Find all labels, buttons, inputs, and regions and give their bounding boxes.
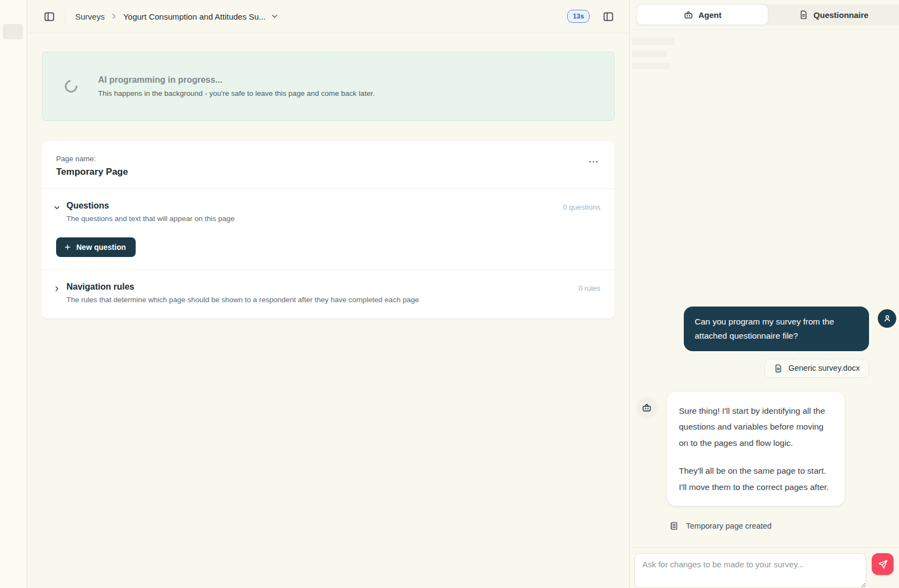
breadcrumb-chevron-icon: [110, 13, 118, 20]
attachment-chip[interactable]: Generic survey.docx: [764, 359, 869, 378]
file-icon: [774, 364, 783, 373]
sidebar-tabbar: Agent Questionnaire: [630, 0, 899, 29]
tab-questionnaire-label: Questionnaire: [813, 10, 868, 20]
chat-thread: Can you program my survey from the attac…: [630, 30, 899, 547]
document-icon: [799, 10, 809, 20]
robot-icon: [641, 402, 652, 413]
navigation-rules-title: Navigation rules: [66, 282, 419, 292]
chat-input[interactable]: [634, 553, 866, 588]
send-button[interactable]: [872, 553, 894, 575]
skeleton-placeholder: [632, 63, 670, 69]
tab-agent[interactable]: Agent: [636, 4, 768, 25]
plus-icon: [64, 243, 71, 251]
navigation-rules-description: The rules that determine which page shou…: [66, 296, 419, 304]
page-name-label: Page name:: [56, 155, 602, 163]
chevron-right-icon: [53, 285, 61, 293]
page-card: Page name: Temporary Page ⋯ Questions Th…: [42, 141, 615, 318]
banner-title: AI programming in progress...: [98, 75, 375, 85]
new-question-label: New question: [76, 243, 126, 252]
elapsed-timer-badge: 13s: [567, 10, 590, 23]
rail-placeholder-item[interactable]: [3, 24, 23, 39]
chat-input-bar: [630, 547, 899, 588]
questions-section-header: Questions The questions and text that wi…: [42, 189, 615, 223]
notebook-icon: [669, 521, 679, 531]
action-status-row: Temporary page created: [669, 521, 896, 531]
bot-avatar: [637, 399, 656, 417]
page-card-header: Page name: Temporary Page ⋯: [42, 141, 615, 188]
tab-agent-label: Agent: [698, 10, 722, 20]
questions-section-title: Questions: [66, 201, 234, 211]
main-content: AI programming in progress... This happe…: [27, 33, 629, 318]
user-message-bubble: Can you program my survey from the attac…: [684, 307, 869, 351]
assistant-sidebar: Agent Questionnaire Can you program my s…: [629, 0, 899, 588]
status-text: Temporary page created: [686, 522, 772, 530]
toggle-sidebar-right-button[interactable]: [602, 10, 615, 23]
banner-subtitle: This happens in the background - you're …: [98, 89, 375, 97]
survey-switcher-dropdown[interactable]: [270, 12, 279, 21]
breadcrumb-survey-title: Yogurt Consumption and Attitudes Su...: [123, 12, 265, 21]
breadcrumb-surveys-link[interactable]: Surveys: [75, 12, 105, 21]
expand-navigation-rules-button[interactable]: [53, 285, 61, 293]
questions-section-description: The questions and text that will appear …: [66, 215, 234, 223]
attachment-row: Generic survey.docx: [637, 359, 869, 378]
collapse-questions-button[interactable]: [53, 204, 61, 212]
skeleton-placeholder: [632, 38, 675, 45]
robot-icon: [683, 10, 694, 20]
user-message-row: Can you program my survey from the attac…: [637, 307, 896, 351]
bot-message-bubble: Sure thing! I'll start by identifying al…: [667, 392, 845, 506]
bot-message-row: Sure thing! I'll start by identifying al…: [637, 392, 896, 506]
new-question-button[interactable]: New question: [56, 237, 136, 257]
chevron-down-icon: [53, 204, 61, 212]
page-title: Temporary Page: [56, 167, 602, 177]
bot-message-paragraph: Sure thing! I'll start by identifying al…: [679, 403, 833, 451]
sidebar-tab-switcher: Agent Questionnaire: [636, 4, 899, 25]
progress-spinner-icon: [62, 77, 80, 95]
toggle-sidebar-left-button[interactable]: [42, 10, 56, 23]
panel-right-icon: [603, 11, 614, 22]
questions-count: 0 questions: [563, 203, 600, 211]
rules-count: 0 rules: [578, 284, 600, 292]
tab-questionnaire[interactable]: Questionnaire: [768, 4, 899, 25]
topbar-divider: [65, 9, 65, 23]
panel-left-icon: [44, 11, 55, 22]
bot-message-paragraph: They'll all be on the same page to start…: [679, 463, 833, 495]
page-overflow-menu-button[interactable]: ⋯: [585, 154, 603, 169]
navigation-rules-section-header: Navigation rules The rules that determin…: [42, 270, 615, 318]
send-icon: [878, 559, 888, 569]
main-panel: Surveys Yogurt Consumption and Attitudes…: [27, 0, 629, 588]
main-topbar: Surveys Yogurt Consumption and Attitudes…: [27, 0, 629, 33]
collapsed-left-rail: [0, 0, 27, 588]
ai-progress-banner: AI programming in progress... This happe…: [42, 52, 615, 121]
skeleton-placeholder: [632, 51, 667, 57]
attachment-filename: Generic survey.docx: [788, 364, 860, 372]
user-icon: [882, 313, 892, 323]
user-avatar: [878, 309, 896, 328]
